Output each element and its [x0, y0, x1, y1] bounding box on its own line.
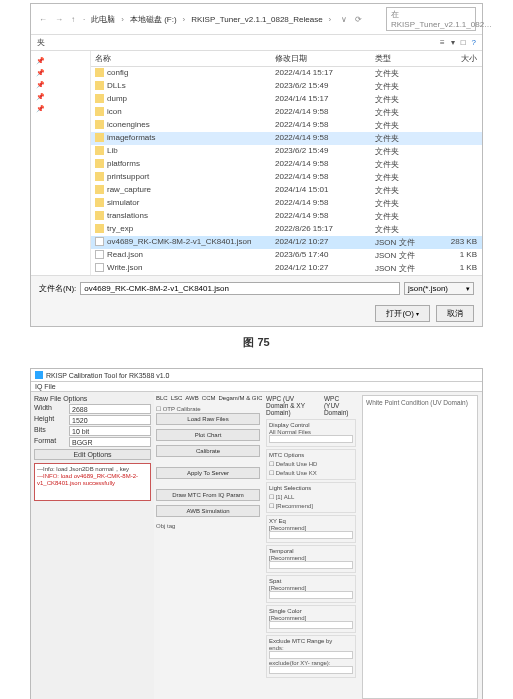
- path-bar[interactable]: ← → ↑ · 此电脑 › 本地磁盘 (F:) › RKISP_Tuner_v2…: [31, 4, 482, 35]
- draw-mtc-from-iq-param-button[interactable]: Draw MTC From IQ Param: [156, 489, 260, 501]
- checkbox[interactable]: Default Use KX: [269, 468, 353, 477]
- calibration-tool-window: RKISP Calibration Tool for RK3588 v1.0 I…: [30, 368, 483, 699]
- module-tabs[interactable]: BLCLSCAWBCCMDegam/M & GICTMOFEC & LDCHSi…: [156, 395, 260, 401]
- wpc-tabs[interactable]: WPC (UV Domain & XY Domain) WPC (YUV Dom…: [266, 395, 356, 416]
- chevron-down-icon: ▾: [466, 285, 470, 293]
- col-type[interactable]: 类型: [371, 51, 431, 66]
- view-preview-icon[interactable]: □: [461, 38, 466, 47]
- folder-icon: [95, 68, 104, 77]
- nav-fwd-icon[interactable]: →: [53, 15, 65, 24]
- input-field[interactable]: [269, 561, 353, 569]
- input-field[interactable]: [269, 435, 353, 443]
- file-row[interactable]: Lib2023/6/2 15:49文件夹: [91, 145, 482, 158]
- file-row[interactable]: ov4689_RK-CMK-8M-2-v1_CK8401.json2024/1/…: [91, 236, 482, 249]
- cancel-button[interactable]: 取消: [436, 305, 474, 322]
- toolbar-label: 夹: [37, 37, 45, 48]
- opt-value[interactable]: 2688: [69, 404, 151, 414]
- tab-blc[interactable]: BLC: [156, 395, 168, 401]
- opt-value[interactable]: 1520: [69, 415, 151, 425]
- folder-icon: [95, 172, 104, 181]
- file-row[interactable]: printsupport2022/4/14 9:58文件夹: [91, 171, 482, 184]
- edit-options-button[interactable]: Edit Options: [34, 449, 151, 460]
- search-input[interactable]: 在 RKISP_Tuner_v2.1.1_082…: [386, 7, 476, 31]
- awb-simulation-button[interactable]: AWB Simulation: [156, 505, 260, 517]
- load-raw-files-button[interactable]: Load Raw Files: [156, 413, 260, 425]
- wpc-tab-yuv[interactable]: WPC (YUV Domain): [324, 395, 356, 416]
- dropdown-icon[interactable]: ∨: [339, 15, 349, 24]
- refresh-icon[interactable]: ⟳: [353, 15, 364, 24]
- tab-lsc[interactable]: LSC: [171, 395, 183, 401]
- folder-icon: [95, 81, 104, 90]
- tab-awb[interactable]: AWB: [185, 395, 198, 401]
- wpc-tab-uvxy[interactable]: WPC (UV Domain & XY Domain): [266, 395, 318, 416]
- nav-back-icon[interactable]: ←: [37, 15, 49, 24]
- path-seg[interactable]: 本地磁盘 (F:): [130, 14, 177, 25]
- input-field[interactable]: [269, 531, 353, 539]
- nav-up-icon[interactable]: ↑: [69, 15, 77, 24]
- file-row[interactable]: translations2022/4/14 9:58文件夹: [91, 210, 482, 223]
- path-seg[interactable]: 此电脑: [91, 14, 115, 25]
- titlebar: RKISP Calibration Tool for RK3588 v1.0: [31, 369, 482, 382]
- file-row[interactable]: dump2024/1/4 15:17文件夹: [91, 93, 482, 106]
- path-seg[interactable]: RKISP_Tuner_v2.1.1_0828_Release: [191, 15, 322, 24]
- file-row[interactable]: Read.json2023/6/5 17:40JSON 文件1 KB: [91, 249, 482, 262]
- col-name[interactable]: 名称: [91, 51, 271, 66]
- checkbox[interactable]: [1] ALL: [269, 492, 353, 501]
- folder-icon: [95, 211, 104, 220]
- view-dd-icon[interactable]: ▾: [451, 38, 455, 47]
- checkbox[interactable]: Default Use HD: [269, 459, 353, 468]
- json-file-icon: [95, 250, 104, 259]
- opt-label: Width: [34, 404, 69, 414]
- group-single-color: Single Color[Recommend]: [266, 605, 356, 633]
- list-header[interactable]: 名称 修改日期 类型 大小: [91, 51, 482, 67]
- folder-icon: [95, 198, 104, 207]
- calibrate-button[interactable]: Calibrate: [156, 445, 260, 457]
- otp-calibrate-check[interactable]: OTP Calibrate: [156, 404, 260, 413]
- file-row[interactable]: iconengines2022/4/14 9:58文件夹: [91, 119, 482, 132]
- apply-to-server-button[interactable]: Apply To Server: [156, 467, 260, 479]
- filter-combo[interactable]: json(*.json) ▾: [404, 282, 474, 295]
- nav-tree[interactable]: 📌 📌 📌 📌 📌: [31, 51, 91, 275]
- input-field[interactable]: [269, 621, 353, 629]
- checkbox[interactable]: [Recommend]: [269, 501, 353, 510]
- file-row[interactable]: try_exp2022/8/26 15:17文件夹: [91, 223, 482, 236]
- help-icon[interactable]: ?: [472, 38, 476, 47]
- json-file-icon: [95, 237, 104, 246]
- input-field[interactable]: [269, 666, 353, 674]
- folder-icon: [95, 107, 104, 116]
- menu-iqfile[interactable]: IQ File: [35, 383, 56, 390]
- filename-input[interactable]: [80, 282, 400, 295]
- app-icon: [35, 371, 43, 379]
- split-dd-icon[interactable]: ▾: [416, 310, 419, 317]
- col-size[interactable]: 大小: [431, 51, 481, 66]
- plot-chart-button[interactable]: Plot Chart: [156, 429, 260, 441]
- folder-icon: [95, 224, 104, 233]
- file-row[interactable]: platforms2022/4/14 9:58文件夹: [91, 158, 482, 171]
- file-row[interactable]: simulator2022/4/14 9:58文件夹: [91, 197, 482, 210]
- file-list: 名称 修改日期 类型 大小 config2022/4/14 15:17文件夹DL…: [91, 51, 482, 275]
- options-title: Raw File Options: [34, 395, 151, 402]
- file-row[interactable]: Write.json2024/1/2 10:27JSON 文件1 KB: [91, 262, 482, 275]
- window-title: RKISP Calibration Tool for RK3588 v1.0: [46, 372, 169, 379]
- input-field[interactable]: [269, 651, 353, 659]
- file-row[interactable]: config2022/4/14 15:17文件夹: [91, 67, 482, 80]
- folder-icon: [95, 159, 104, 168]
- tab-ccm[interactable]: CCM: [202, 395, 216, 401]
- file-row[interactable]: DLLs2023/6/2 15:49文件夹: [91, 80, 482, 93]
- opt-label: Bits: [34, 426, 69, 436]
- input-field[interactable]: [269, 591, 353, 599]
- chevron-right-icon: ›: [119, 15, 126, 24]
- file-row[interactable]: icon2022/4/14 9:58文件夹: [91, 106, 482, 119]
- view-list-icon[interactable]: ≡: [440, 38, 445, 47]
- folder-icon: [95, 94, 104, 103]
- tag-label: Obj tag: [156, 523, 260, 529]
- opt-value[interactable]: 10 bit: [69, 426, 151, 436]
- col-date[interactable]: 修改日期: [271, 51, 371, 66]
- menubar[interactable]: IQ File: [31, 382, 482, 392]
- group-temporal: Temporal[Recommend]: [266, 545, 356, 573]
- tab-degam-m-gic[interactable]: Degam/M & GIC: [218, 395, 262, 401]
- file-row[interactable]: raw_capture2024/1/4 15:01文件夹: [91, 184, 482, 197]
- file-row[interactable]: imageformats2022/4/14 9:58文件夹: [91, 132, 482, 145]
- opt-value[interactable]: BGGR: [69, 437, 151, 447]
- open-button[interactable]: 打开(O) ▾: [375, 305, 430, 322]
